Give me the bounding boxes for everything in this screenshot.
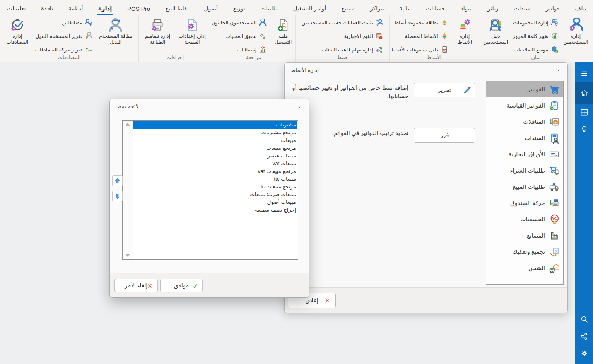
- pattern-list-item[interactable]: مبيعات vat: [133, 160, 297, 167]
- app-window: ملففواتيرسنداتزبائنموادحساباتماليةمراكزت…: [0, 0, 593, 364]
- menu-tab-file[interactable]: ملف: [574, 1, 587, 15]
- pattern-list-item[interactable]: مرتجع مبيعات vat: [133, 167, 297, 175]
- ok-button[interactable]: موافق: [160, 279, 203, 292]
- rail-item-calendar[interactable]: [575, 104, 593, 121]
- category-factories[interactable]: المصانع: [486, 227, 563, 244]
- ribbon-alternate-user-card-button[interactable]: بطاقة المستخدم البديل: [96, 17, 135, 45]
- dialog-footer: إغلاق: [285, 287, 567, 313]
- ribbon-style-groups-directory-button[interactable]: دليل مجموعات الأنماط: [390, 45, 449, 54]
- category-transfers[interactable]: المناقلات: [486, 114, 563, 130]
- ribbon-manage-styles-button[interactable]: إدارة الأنماط: [452, 17, 478, 45]
- menu-tab-pos[interactable]: نقاط البيع: [165, 1, 190, 15]
- menu-tab-distribution[interactable]: توزيع: [232, 1, 246, 15]
- ribbon-authentications-movement-report-button[interactable]: تقرير حركة المصادقات: [34, 45, 93, 54]
- sort-button[interactable]: فرز: [414, 128, 475, 143]
- rail-item-search[interactable]: [575, 311, 593, 328]
- edit-description: إضافة نمط خاص من الفواتير أو تغيير خصائص…: [292, 83, 408, 101]
- ribbon-statistics-button[interactable]: إحصائيات: [211, 45, 268, 54]
- category-cashbox-movement[interactable]: حركة الصندوق: [486, 195, 563, 211]
- close-icon[interactable]: [294, 102, 305, 112]
- menu-tab-centers[interactable]: مراكز: [369, 1, 385, 15]
- ribbon-style-group-card-button[interactable]: بطاقة مجموعة أنماط: [390, 18, 449, 27]
- pattern-list-item[interactable]: إخراج نصف مصنعة: [133, 206, 297, 214]
- category-standard-invoices[interactable]: الفواتير القياسية: [486, 97, 563, 114]
- category-shipping[interactable]: الشحن: [486, 260, 563, 276]
- category-discounts[interactable]: الحسميات: [486, 211, 563, 227]
- audit-icon: [259, 32, 267, 40]
- pattern-list-item[interactable]: مرتجع مشتريات: [133, 129, 297, 137]
- category-commercial-papers[interactable]: الأوراق التجارية: [486, 146, 563, 162]
- menu-tab-window[interactable]: نافذة: [40, 1, 54, 15]
- menu-tab-manufacturing[interactable]: تصنيع: [341, 1, 355, 15]
- category-bonds[interactable]: السندات: [486, 130, 563, 146]
- pin-users-icon: [375, 19, 383, 26]
- navigation-rail: [575, 62, 593, 364]
- menu-tab-orders[interactable]: طلبيات: [260, 1, 279, 15]
- ribbon-print-designs-button[interactable]: إدارة تصاميم الطباعة: [142, 17, 173, 45]
- ribbon-audit-operations-button[interactable]: تدقيق العمليات: [211, 32, 268, 40]
- menu-tab-work-orders[interactable]: أوامر التشغيل: [292, 1, 327, 15]
- menu-tab-accounts[interactable]: حسابات: [425, 1, 446, 15]
- ribbon-my-authentications-button[interactable]: مصادقاتي: [34, 18, 93, 27]
- ribbon-users-directory-button[interactable]: دليل المستخدمين: [482, 17, 509, 45]
- pattern-list-item[interactable]: مرتجع مبيعات ttc: [133, 183, 297, 191]
- ribbon-alternate-user-report-button[interactable]: تقرير المستخدم البديل: [34, 32, 93, 40]
- menu-tab-help[interactable]: تعليمات: [6, 1, 26, 15]
- ribbon-favorite-styles-button[interactable]: الأنماط المفضلة: [390, 32, 449, 40]
- ribbon-mandatory-values-button[interactable]: القيم الإجبارية: [301, 32, 384, 40]
- settings-icon: [580, 349, 589, 358]
- category-sales-orders[interactable]: طلبيات المبيع: [486, 179, 563, 195]
- move-up-button[interactable]: [112, 175, 123, 186]
- scroll-down-icon[interactable]: [125, 254, 130, 257]
- sales-orders-icon: [549, 181, 560, 192]
- ribbon-group-control: تثبيت العمليات حسب المستخدمينالقيم الإجب…: [295, 15, 389, 62]
- pattern-list-item[interactable]: مبيعات: [133, 137, 297, 144]
- ribbon-manage-users-button[interactable]: إدارة المستخدمين: [562, 17, 590, 45]
- rail-item-share[interactable]: [575, 328, 593, 345]
- pattern-list-item[interactable]: مشتريات: [133, 121, 297, 129]
- menu-tab-invoices[interactable]: فواتير: [545, 1, 561, 15]
- menu-tab-finance[interactable]: مالية: [398, 1, 412, 15]
- menu-tab-assets[interactable]: أصول: [203, 1, 219, 15]
- ribbon-permissions-expander-button[interactable]: موسع الصلاحيات: [512, 45, 559, 54]
- db-tasks-icon: [375, 46, 383, 53]
- cancel-button[interactable]: إلغاء الأمر: [114, 279, 158, 292]
- ribbon-current-users-button[interactable]: المستخدمون الحاليون: [211, 18, 268, 27]
- ribbon-group-label: ضبط: [296, 55, 389, 60]
- close-icon[interactable]: [553, 66, 564, 76]
- move-down-button[interactable]: [112, 191, 123, 202]
- category-invoices[interactable]: الفواتير: [486, 81, 563, 97]
- purchase-orders-icon: [549, 165, 560, 176]
- rail-item-menu[interactable]: [575, 65, 593, 82]
- ribbon-manage-groups-button[interactable]: إدارة المجموعات: [512, 18, 559, 27]
- ribbon-pin-operations-by-users-button[interactable]: تثبيت العمليات حسب المستخدمين: [301, 18, 384, 27]
- pattern-list-item[interactable]: مبيعات ttc: [133, 175, 297, 183]
- menu-tab-bonds[interactable]: سندات: [513, 1, 531, 15]
- pattern-list-item[interactable]: مبيعات عصير: [133, 152, 297, 160]
- ribbon-log-file-button[interactable]: ملف التسجيل: [270, 17, 296, 45]
- print-designs-icon: [151, 18, 164, 32]
- menu-tab-systems[interactable]: أنظمة: [68, 1, 84, 15]
- ribbon-change-password-button[interactable]: تغيير كلمة المرور: [512, 32, 559, 40]
- rail-item-home[interactable]: [575, 82, 593, 104]
- scroll-up-icon[interactable]: [125, 123, 130, 126]
- pattern-list-item[interactable]: مبيعات ضريبة مبيعات: [133, 191, 297, 198]
- edit-button[interactable]: تحرير: [414, 83, 475, 97]
- category-assembly-disassembly[interactable]: $تجميع وتفكيك: [486, 244, 563, 260]
- listbox-scrollbar[interactable]: [123, 121, 133, 259]
- pattern-list-dialog: لائحة نمط مشترياتمرتجع مشترياتمبيعاتمرتج…: [109, 99, 309, 298]
- ribbon-page-settings-button[interactable]: إدارة إعدادات الصفحة: [176, 17, 208, 45]
- pattern-list-item[interactable]: مبيعات أصول: [133, 198, 297, 206]
- ribbon-db-tasks-button[interactable]: إدارة مهام قاعدة البيانات: [301, 45, 384, 54]
- category-purchase-orders[interactable]: طلبيات الشراء: [486, 162, 563, 179]
- menu-tab-customers[interactable]: زبائن: [485, 1, 499, 15]
- menu-tab-materials[interactable]: مواد: [460, 1, 472, 15]
- rail-item-settings[interactable]: [575, 345, 593, 362]
- menu-tab-admin[interactable]: إدارة: [97, 1, 113, 15]
- ribbon-manage-authentications-button[interactable]: إدارة المصادقات: [3, 17, 32, 45]
- styles-manager-dialog: إدارة الأنماط تحرير إضافة نمط خاص من الف…: [284, 62, 568, 313]
- rail-item-ideas[interactable]: [575, 121, 593, 138]
- pattern-items: مشترياتمرتجع مشترياتمبيعاتمرتجع مبيعاتمب…: [133, 121, 297, 259]
- menu-tab-pos-pro[interactable]: POS Pro: [126, 2, 151, 15]
- pattern-list-item[interactable]: مرتجع مبيعات: [133, 144, 297, 152]
